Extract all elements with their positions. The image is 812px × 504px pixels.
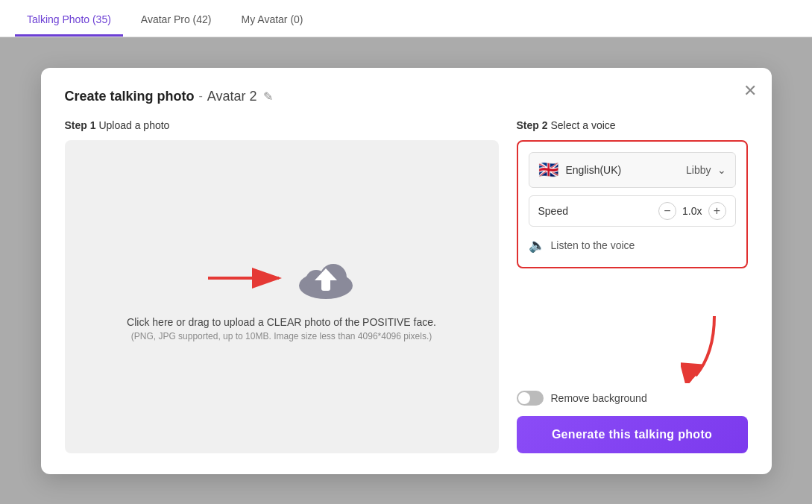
chevron-down-icon: ⌄ — [717, 164, 726, 176]
voice-name: Libby — [686, 164, 711, 176]
left-panel: Step 1 Upload a photo — [65, 119, 499, 453]
speed-value: 1.0x — [682, 205, 702, 217]
arrow-right-icon — [208, 265, 290, 292]
speed-decrease-button[interactable]: − — [658, 202, 676, 220]
modal-body: Step 1 Upload a photo — [65, 119, 748, 453]
speaker-icon: 🔈 — [529, 237, 545, 253]
voice-language: English(UK) — [566, 164, 687, 176]
arrow-down-icon — [681, 316, 726, 383]
remove-background-label: Remove background — [551, 392, 647, 404]
step1-label: Step 1 Upload a photo — [65, 119, 499, 131]
upload-area[interactable]: Click here or drag to upload a CLEAR pho… — [65, 140, 499, 453]
close-button[interactable]: ✕ — [743, 83, 757, 99]
modal-backdrop: Create talking photo - Avatar 2 ✎ ✕ Step… — [0, 37, 812, 504]
tabs-bar: Talking Photo (35) Avatar Pro (42) My Av… — [0, 0, 812, 37]
voice-selector[interactable]: 🇬🇧 English(UK) Libby ⌄ — [529, 152, 736, 188]
remove-background-row: Remove background — [517, 391, 748, 406]
voice-section: 🇬🇧 English(UK) Libby ⌄ Speed − 1.0x + — [517, 140, 748, 268]
tab-avatar-pro[interactable]: Avatar Pro (42) — [129, 4, 224, 37]
speed-label: Speed — [538, 205, 659, 217]
arrow-down-area — [517, 280, 748, 391]
modal-title: Create talking photo — [65, 89, 195, 104]
step2-label: Step 2 Select a voice — [517, 119, 748, 131]
tab-talking-photo[interactable]: Talking Photo (35) — [15, 4, 123, 37]
tab-my-avatar[interactable]: My Avatar (0) — [230, 4, 315, 37]
upload-text-sub: (PNG, JPG supported, up to 10MB. Image s… — [131, 331, 432, 341]
remove-background-toggle[interactable] — [517, 391, 544, 406]
listen-voice-button[interactable]: 🔈 Listen to the voice — [529, 234, 635, 256]
edit-icon[interactable]: ✎ — [263, 89, 273, 104]
modal-header: Create talking photo - Avatar 2 ✎ — [65, 89, 748, 104]
modal-subtitle: Avatar 2 — [207, 89, 257, 104]
modal-dialog: Create talking photo - Avatar 2 ✎ ✕ Step… — [41, 68, 772, 474]
listen-label: Listen to the voice — [551, 239, 635, 251]
generate-button[interactable]: Generate this talking photo — [517, 416, 748, 453]
right-panel: Step 2 Select a voice 🇬🇧 English(UK) Lib… — [517, 119, 748, 453]
modal-sep: - — [199, 89, 203, 103]
upload-text-main: Click here or drag to upload a CLEAR pho… — [127, 316, 436, 328]
toggle-knob — [518, 392, 530, 404]
flag-icon: 🇬🇧 — [538, 160, 558, 180]
speed-increase-button[interactable]: + — [708, 202, 726, 220]
cloud-upload-icon — [296, 252, 356, 304]
speed-control: Speed − 1.0x + — [529, 195, 736, 227]
